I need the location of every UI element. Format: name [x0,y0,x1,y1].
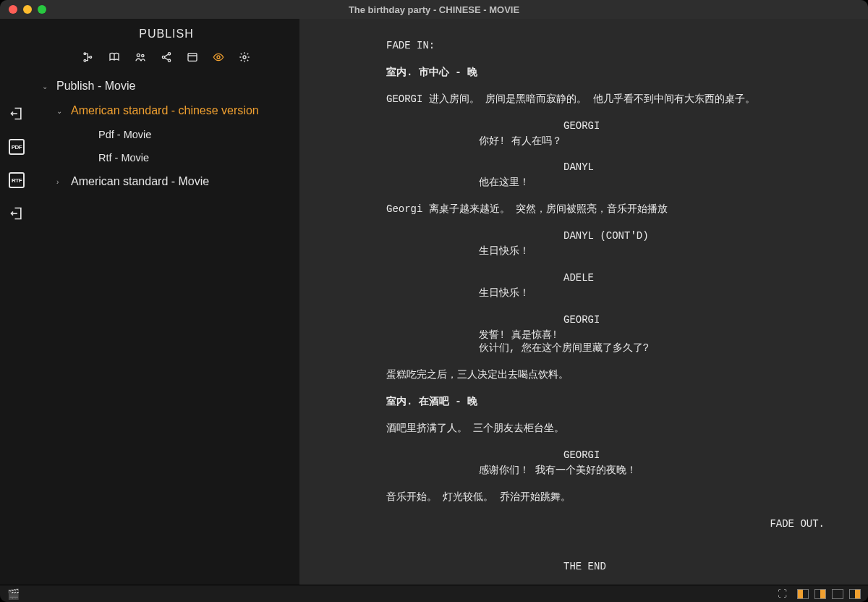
character-cue: DANYL [563,161,825,174]
group-icon[interactable] [134,51,147,64]
the-end: THE END [563,560,825,574]
action-line: Georgi 离桌子越来越近。 突然，房间被照亮，音乐开始播放 [386,203,825,216]
dialogue: 你好! 有人在吗？ [479,135,767,148]
sidebar-toolbar [33,48,299,74]
action-line: 蛋糕吃完之后，三人决定出去喝点饮料。 [386,368,825,382]
status-bar: 🎬 ⛶ [0,585,868,602]
panel-icon[interactable] [186,51,199,64]
svg-point-2 [90,56,92,59]
dialogue: 感谢你们！ 我有一个美好的夜晚！ [479,464,767,478]
tree-item-rtf-movie[interactable]: Rtf - Movie [38,146,299,169]
fade-in: FADE IN: [386,39,825,53]
svg-point-10 [243,56,246,59]
chevron-down-icon: ⌄ [56,107,67,115]
chevron-right-icon: › [56,178,67,186]
book-icon[interactable] [108,51,121,64]
script-body: FADE IN: 室内. 市中心 - 晚 GEORGI 进入房间。 房间是黑暗而… [386,39,825,573]
fade-out: FADE OUT. [386,517,825,531]
svg-point-3 [137,54,140,56]
scene-heading: 室内. 市中心 - 晚 [386,66,825,80]
tree-label: Publish - Movie [56,80,135,93]
svg-point-9 [217,56,220,59]
close-window-button[interactable] [9,5,17,14]
fullscreen-icon[interactable]: ⛶ [778,588,787,599]
action-line: 音乐开始。 灯光较低。 乔治开始跳舞。 [386,491,825,504]
export-icon[interactable] [9,106,25,122]
tree-item-american-standard-movie[interactable]: › American standard - Movie [38,169,299,194]
zoom-window-button[interactable] [38,5,46,14]
sidebar-title: PUBLISH [33,27,299,41]
dialogue: 生日快乐！ [479,245,767,258]
tree-item-american-standard-chinese[interactable]: ⌄ American standard - chinese version [38,98,299,123]
chevron-down-icon: ⌄ [42,82,52,90]
character-cue: DANYL (CONT'D) [563,229,825,243]
gear-icon[interactable] [238,51,251,64]
script-preview[interactable]: FADE IN: 室内. 市中心 - 晚 GEORGI 进入房间。 房间是黑暗而… [299,19,868,585]
tree-label: American standard - chinese version [71,104,259,117]
svg-point-4 [142,54,144,56]
tree-icon[interactable] [82,51,95,64]
preview-icon[interactable] [212,51,225,64]
export2-icon[interactable] [9,205,25,221]
app-window: The birthday party - CHINESE - MOVIE PDF… [0,0,868,602]
dialogue: 他在这里！ [479,176,767,190]
character-cue: GEORGI [563,119,825,133]
svg-rect-8 [188,54,197,62]
pdf-icon[interactable]: PDF [9,139,25,155]
character-cue: GEORGI [563,449,825,462]
svg-point-0 [84,53,86,55]
minimize-window-button[interactable] [23,5,32,14]
main-area: PDF RTF PUBLISH [0,19,868,585]
svg-point-1 [84,59,86,62]
tree-label: American standard - Movie [71,175,209,188]
layout-none-button[interactable] [832,589,843,599]
publish-tree: ⌄ Publish - Movie ⌄ American standard - … [33,74,299,194]
sidebar: PUBLISH [33,19,299,585]
left-rail: PDF RTF [0,19,33,585]
window-controls [9,5,46,14]
action-line: GEORGI 进入房间。 房间是黑暗而寂静的。 他几乎看不到中间有大东西的桌子。 [386,93,825,106]
scene-heading: 室内. 在酒吧 - 晚 [386,395,825,409]
tree-label: Pdf - Movie [98,129,151,140]
action-line: 酒吧里挤满了人。 三个朋友去柜台坐。 [386,422,825,436]
clapper-icon[interactable]: 🎬 [7,588,20,600]
layout-right-panel-button-2[interactable] [849,589,861,599]
dialogue: 生日快乐！ [479,287,767,300]
character-cue: ADELE [563,271,825,285]
titlebar: The birthday party - CHINESE - MOVIE [0,0,868,19]
tree-item-publish-movie[interactable]: ⌄ Publish - Movie [38,74,299,98]
layout-right-panel-button[interactable] [814,589,826,599]
rtf-icon[interactable]: RTF [9,172,25,188]
dialogue: 发誓! 真是惊喜! 伙计们, 您在这个房间里藏了多久了? [479,328,767,356]
character-cue: GEORGI [563,313,825,327]
window-title: The birthday party - CHINESE - MOVIE [7,4,861,15]
share-icon[interactable] [160,51,173,64]
tree-item-pdf-movie[interactable]: Pdf - Movie [38,123,299,146]
tree-label: Rtf - Movie [98,152,149,164]
layout-left-panel-button[interactable] [797,589,809,599]
